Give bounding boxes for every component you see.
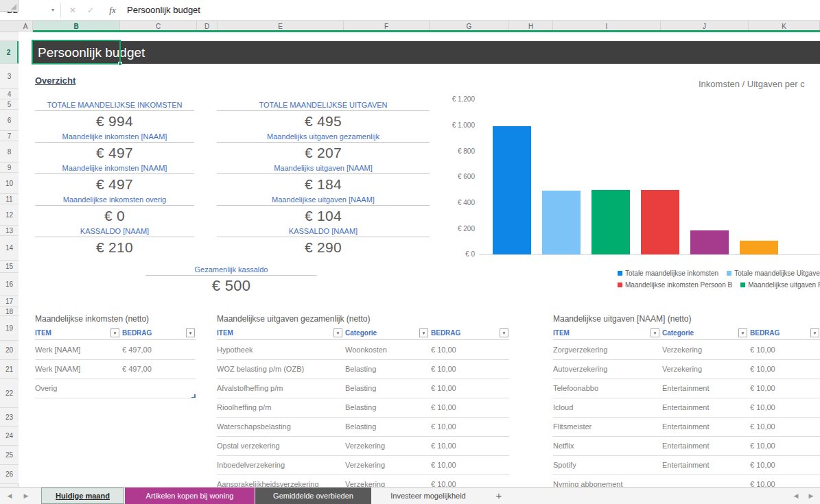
filter-dropdown-button[interactable]: ▼ [810,328,819,337]
formula-input[interactable]: Persoonlijk budget [127,0,200,21]
table-cell[interactable]: € 10,00 [750,456,820,475]
table-cell[interactable]: Opstal verzekering [217,437,343,455]
filter-dropdown-button[interactable]: ▼ [419,328,428,337]
row-header-17[interactable]: 17 [0,296,19,307]
cancel-icon[interactable]: ✕ [65,0,81,21]
row-header-3[interactable]: 3 [0,64,19,89]
row-header-15[interactable]: 15 [0,261,19,273]
table-row[interactable]: ZorgverzekeringVerzekering€ 10,00 [553,341,820,360]
table-cell[interactable]: € 10,00 [750,418,820,436]
confirm-icon[interactable]: ✓ [82,0,99,21]
table-cell[interactable] [122,379,196,398]
stat-label-expenses-2[interactable]: Maandelijks uitgaven [NAAM] [217,163,430,174]
sheet-tab-artikelen-kopen-bij-woning[interactable]: Artikelen kopen bij woning [125,488,255,504]
table-row[interactable]: Werk [NAAM]€ 497,00 [35,360,196,379]
table-cell[interactable]: € 10,00 [431,379,509,398]
table-cell[interactable]: Entertainment [662,437,748,455]
stat-label-income-0[interactable]: TOTALE MAANDELIJKSE INKOMSTEN [35,100,194,111]
table-cell[interactable]: € 10,00 [431,456,509,475]
table-row[interactable]: Overig [35,379,196,398]
table-cell[interactable]: Autoverzekering [553,360,660,379]
table-cell[interactable]: Belasting [345,379,429,398]
fill-handle[interactable] [118,62,122,66]
row-header-23[interactable]: 23 [0,408,19,427]
table-cell[interactable]: Woonkosten [345,341,429,359]
row-header-12[interactable]: 12 [0,204,19,226]
row-header-13[interactable]: 13 [0,226,19,236]
table-row[interactable]: Werk [NAAM]€ 497,00 [35,341,196,360]
row-header-7[interactable]: 7 [0,131,19,141]
row-header-8[interactable]: 8 [0,141,19,163]
select-all-corner[interactable] [0,0,19,12]
filter-dropdown-button[interactable]: ▼ [651,328,659,337]
stat-label-expenses-0[interactable]: TOTALE MAANDELIJKSE UITGAVEN [217,100,430,111]
tabs-scroll-right-end-icon[interactable]: ▶ [806,488,817,504]
filter-dropdown-button[interactable]: ▼ [738,328,747,337]
table-row[interactable]: Rioolheffing p/mBelasting€ 10,00 [217,398,509,418]
joint-balance-value[interactable]: € 500 [145,276,317,296]
table-row[interactable]: TelefoonabboEntertainment€ 10,00 [553,379,820,398]
table-cell[interactable]: Werk [NAAM] [35,360,120,379]
table-cell[interactable]: Belasting [345,418,429,436]
table-row[interactable]: WaterschapsbelastingBelasting€ 10,00 [217,418,509,437]
row-header-partial[interactable] [0,32,19,41]
table-cell[interactable]: WOZ belasting p/m (OZB) [217,360,343,379]
table-cell[interactable]: Spotify [553,456,660,475]
table-cell[interactable]: € 497,00 [122,360,196,379]
filter-dropdown-button[interactable]: ▼ [333,328,342,337]
tabs-scroll-right-icon[interactable]: ▶ [21,488,32,504]
stat-label-expenses-1[interactable]: Maandelijks uitgaven gezamenlijk [217,132,430,143]
table-cell[interactable]: Afvalstofheffing p/m [217,379,343,398]
filter-dropdown-button[interactable]: ▼ [186,328,195,337]
tabs-scroll-left-icon[interactable]: ◀ [4,488,15,504]
table-cell[interactable]: € 10,00 [750,341,820,359]
table-cell[interactable]: Icloud [553,398,660,417]
table-cell[interactable]: Inboedelverzekering [217,456,343,475]
table-cell[interactable]: Hypotheek [217,341,343,359]
table-cell[interactable]: € 10,00 [750,437,820,455]
add-sheet-button[interactable]: + [490,488,508,504]
column-header-a[interactable]: A [19,21,33,32]
row-header-9[interactable]: 9 [0,163,19,173]
row-header-19[interactable]: 19 [0,316,19,341]
stat-value-expenses-0[interactable]: € 495 [217,111,430,132]
row-header-21[interactable]: 21 [0,360,19,379]
table-row[interactable]: HypotheekWoonkosten€ 10,00 [217,341,509,360]
joint-balance-label[interactable]: Gezamenlijk kassaldo [145,265,317,276]
overview-heading[interactable]: Overzicht [35,75,75,86]
table-cell[interactable]: € 497,00 [122,341,196,359]
stat-value-expenses-3[interactable]: € 104 [217,206,430,226]
table-cell[interactable]: Telefoonabbo [553,379,660,398]
sheet-tab-gemiddelde-overbieden[interactable]: Gemiddelde overbieden [255,488,371,504]
stat-value-income-1[interactable]: € 497 [35,143,194,163]
row-header-16[interactable]: 16 [0,273,19,296]
row-header-26[interactable]: 26 [0,465,19,484]
title-banner-cell[interactable] [33,41,820,64]
table-cell[interactable]: Verzekering [662,360,748,379]
stat-value-expenses-1[interactable]: € 207 [217,143,430,163]
row-header-2[interactable]: 2 [0,41,19,64]
fx-icon[interactable]: fx [103,0,122,21]
stat-label-income-4[interactable]: KASSALDO [NAAM] [35,226,194,237]
table-row[interactable]: InboedelverzekeringVerzekering€ 10,00 [217,456,509,475]
table-cell[interactable]: Entertainment [662,418,748,436]
table-cell[interactable]: Belasting [345,398,429,417]
table-cell[interactable]: Verzekering [345,456,429,475]
table-row[interactable]: AutoverzekeringVerzekering€ 10,00 [553,360,820,379]
row-header-24[interactable]: 24 [0,427,19,446]
table-cell[interactable]: Entertainment [662,456,748,475]
stat-value-income-2[interactable]: € 497 [35,174,194,195]
table-cell[interactable]: € 10,00 [431,418,509,436]
row-header-18[interactable]: 18 [0,307,19,316]
table-row[interactable]: NetflixEntertainment€ 10,00 [553,437,820,456]
stat-label-income-3[interactable]: Maandelijkse inkomsten overig [35,195,194,206]
stat-value-expenses-2[interactable]: € 184 [217,174,430,195]
table-cell[interactable]: € 10,00 [750,379,820,398]
table-cell[interactable]: € 10,00 [431,360,509,379]
stat-label-expenses-4[interactable]: KASSALDO [NAAM] [217,226,430,237]
income-expenses-chart[interactable]: Inkomsten / Uitgaven per c € 1.200€ 1.00… [445,74,820,290]
row-header-22[interactable]: 22 [0,379,19,408]
table-cell[interactable]: Waterschapsbelasting [217,418,343,436]
table-cell[interactable]: Entertainment [662,398,748,417]
row-header-4[interactable]: 4 [0,89,19,99]
